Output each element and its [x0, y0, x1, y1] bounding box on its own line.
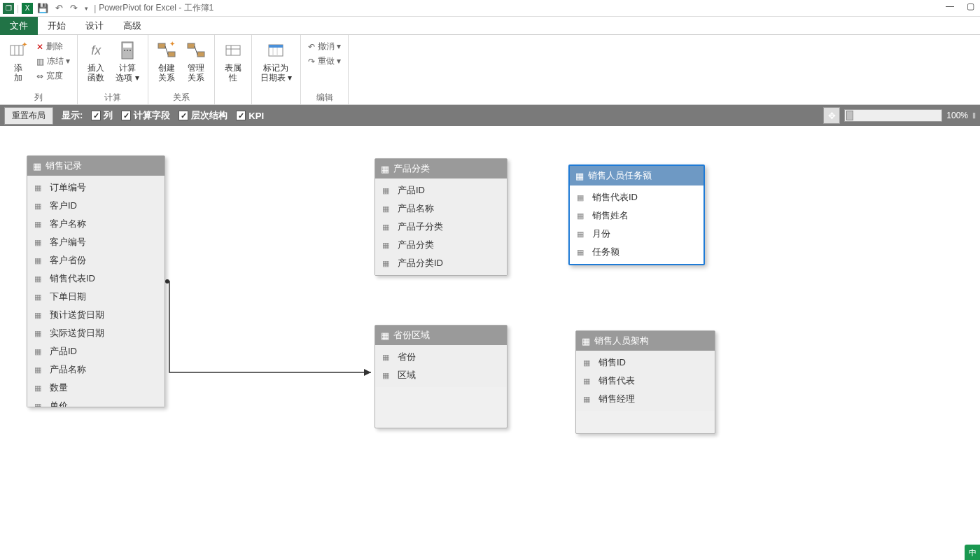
card-title: 省份区域 — [393, 329, 430, 342]
field-label: 产品子分类 — [398, 220, 443, 233]
table-card-quota[interactable]: ▦销售人员任务额 ▦销售代表ID▦销售姓名▦月份▦任务额 — [568, 164, 705, 265]
redo-icon[interactable]: ↷ — [67, 3, 80, 13]
checkbox-columns[interactable]: ✓列 — [91, 109, 113, 122]
field-label: 任务额 — [592, 246, 620, 258]
field-item[interactable]: ▦下单日期 — [27, 288, 164, 306]
redo-button[interactable]: ↷重做 ▾ — [305, 54, 344, 69]
field-item[interactable]: ▦产品分类 — [375, 236, 507, 254]
zoom-handle-icon[interactable]: ⦀ — [972, 111, 976, 120]
card-header[interactable]: ▦销售记录 — [27, 156, 164, 176]
width-button[interactable]: ⇔宽度 — [34, 69, 73, 83]
field-label: 销售代表ID — [50, 272, 95, 285]
field-item[interactable]: ▦客户省份 — [27, 251, 164, 270]
show-label: 显示: — [62, 109, 83, 122]
card-header[interactable]: ▦销售人员架构 — [576, 331, 715, 351]
field-item[interactable]: ▦客户编号 — [27, 233, 164, 251]
create-relationship-button[interactable]: ✦ 创建 关系 — [153, 38, 181, 84]
check-icon: ✓ — [178, 111, 188, 120]
card-header[interactable]: ▦销售人员任务额 — [570, 166, 704, 186]
checkbox-kpi[interactable]: ✓KPI — [236, 111, 264, 121]
powerpivot-icon: ❐ — [3, 3, 14, 14]
field-item[interactable]: ▦任务额 — [570, 243, 704, 261]
field-item[interactable]: ▦销售代表 — [576, 372, 715, 390]
field-item[interactable]: ▦月份 — [570, 225, 704, 243]
minimize-button[interactable]: ― — [946, 1, 954, 11]
table-card-region[interactable]: ▦省份区域 ▦省份▦区域 — [374, 325, 507, 428]
field-item[interactable]: ▦客户名称 — [27, 215, 164, 233]
freeze-button[interactable]: ▥冻结 ▾ — [34, 54, 73, 69]
tab-file[interactable]: 文件 — [0, 17, 38, 35]
calculator-icon — [118, 39, 137, 62]
column-icon: ▦ — [34, 183, 46, 192]
calendar-icon — [266, 39, 286, 62]
undo-button[interactable]: ↶撤消 ▾ — [305, 39, 344, 54]
qat-dropdown-icon[interactable]: ▾ — [82, 5, 91, 12]
field-item[interactable]: ▦客户ID — [27, 197, 164, 215]
field-label: 销售代表ID — [592, 191, 638, 204]
checkbox-hierarchies[interactable]: ✓层次结构 — [178, 109, 227, 122]
insert-function-button[interactable]: fx 插入 函数 — [82, 38, 110, 84]
card-title: 销售人员任务额 — [588, 169, 652, 182]
table-card-sales[interactable]: ▦销售记录 ▦订单编号▦客户ID▦客户名称▦客户编号▦客户省份▦销售代表ID▦下… — [27, 155, 165, 407]
field-item[interactable]: ▦销售ID — [576, 354, 715, 372]
column-icon: ▦ — [382, 241, 393, 250]
field-item[interactable]: ▦产品ID — [375, 181, 507, 200]
zoom-slider[interactable] — [844, 109, 942, 122]
field-item[interactable]: ▦销售代表ID — [27, 270, 164, 288]
field-item[interactable]: ▦实际送货日期 — [27, 324, 164, 342]
field-item[interactable]: ▦销售姓名 — [570, 206, 704, 225]
tab-home[interactable]: 开始 — [38, 17, 76, 35]
undo-icon[interactable]: ↶ — [52, 3, 66, 13]
field-item[interactable]: ▦预计送货日期 — [27, 306, 164, 324]
checkbox-calc-fields[interactable]: ✓计算字段 — [121, 109, 170, 122]
column-icon: ▦ — [382, 223, 393, 232]
field-item[interactable]: ▦产品分类ID — [375, 254, 507, 272]
card-title: 销售人员架构 — [594, 335, 649, 347]
tab-design[interactable]: 设计 — [76, 17, 113, 35]
field-item[interactable]: ▦省份 — [375, 348, 507, 366]
svg-marker-24 — [364, 369, 371, 376]
column-icon: ▦ — [382, 371, 393, 380]
field-label: 客户名称 — [50, 218, 86, 230]
card-header[interactable]: ▦产品分类 — [375, 159, 507, 178]
add-column-button[interactable]: ✦ 添 加 — [4, 38, 32, 84]
redo-icon: ↷ — [308, 57, 315, 66]
svg-rect-14 — [197, 52, 204, 57]
divider: | — [17, 4, 19, 13]
create-rel-icon: ✦ — [157, 39, 176, 62]
maximize-button[interactable]: ▢ — [967, 1, 974, 11]
calculation-options-button[interactable]: 计算 选项 ▾ — [111, 38, 143, 84]
table-card-category[interactable]: ▦产品分类 ▦产品ID▦产品名称▦产品子分类▦产品分类▦产品分类ID — [374, 158, 507, 276]
field-item[interactable]: ▦产品ID — [27, 342, 164, 360]
svg-rect-5 — [123, 43, 132, 48]
mark-date-table-button[interactable]: 标记为 日期表 ▾ — [256, 38, 296, 84]
manage-relationships-button[interactable]: 管理 关系 — [182, 38, 210, 84]
field-label: 客户省份 — [50, 254, 86, 267]
save-icon[interactable]: 💾 — [34, 3, 51, 13]
field-item[interactable]: ▦数量 — [27, 379, 164, 397]
undo-icon: ↶ — [308, 42, 315, 52]
field-label: 省份 — [398, 351, 416, 363]
field-item[interactable]: ▦销售经理 — [576, 390, 715, 408]
field-label: 单价 — [50, 400, 68, 407]
field-item[interactable]: ▦销售代表ID — [570, 188, 704, 206]
tab-advanced[interactable]: 高级 — [113, 17, 151, 35]
table-properties-button[interactable]: 表属 性 — [219, 38, 247, 84]
field-item[interactable]: ▦订单编号 — [27, 178, 164, 197]
pan-control[interactable]: ✥ — [823, 107, 840, 124]
card-body: ▦销售代表ID▦销售姓名▦月份▦任务额 — [570, 186, 704, 264]
field-item[interactable]: ▦区域 — [375, 366, 507, 384]
diagram-canvas[interactable]: ▦销售记录 ▦订单编号▦客户ID▦客户名称▦客户编号▦客户省份▦销售代表ID▦下… — [0, 126, 980, 560]
field-item[interactable]: ▦单价 — [27, 397, 164, 407]
field-item[interactable]: ▦产品名称 — [375, 200, 507, 218]
column-icon: ▦ — [34, 365, 46, 374]
table-card-staff[interactable]: ▦销售人员架构 ▦销售ID▦销售代表▦销售经理 — [575, 330, 715, 434]
field-label: 产品名称 — [50, 363, 86, 376]
column-icon: ▦ — [382, 353, 393, 362]
card-header[interactable]: ▦省份区域 — [375, 326, 507, 345]
ime-badge[interactable]: 中 — [965, 545, 980, 560]
field-item[interactable]: ▦产品名称 — [27, 360, 164, 379]
reset-layout-button[interactable]: 重置布局 — [4, 107, 53, 125]
field-item[interactable]: ▦产品子分类 — [375, 218, 507, 236]
delete-button[interactable]: ✕删除 — [34, 39, 73, 54]
